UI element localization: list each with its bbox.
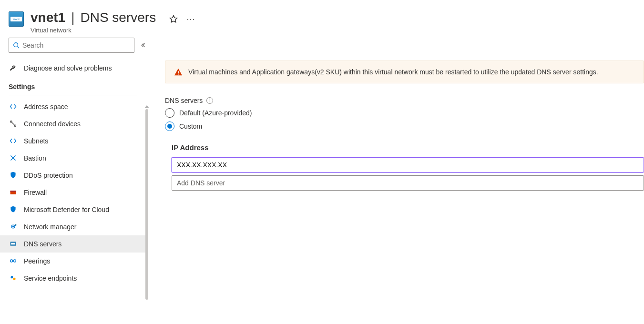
nav-item-label: DNS servers (24, 240, 61, 248)
service-endpoints-icon (9, 274, 17, 283)
radio-circle (165, 108, 174, 118)
connected-devices-icon (9, 120, 17, 128)
nav-item-label: Service endpoints (24, 274, 77, 282)
dns-servers-icon (9, 240, 17, 248)
defender-icon (9, 205, 17, 214)
blade-title: DNS servers (80, 10, 156, 25)
nav-item-network-manager[interactable]: Network manager (0, 218, 146, 235)
nav-item-dns-servers[interactable]: DNS servers (0, 235, 146, 253)
search-input[interactable] (22, 41, 130, 49)
nav-item-label: Address space (24, 103, 68, 111)
nav-item-service-endpoints[interactable]: Service endpoints (0, 270, 146, 287)
collapse-sidebar-icon[interactable] (140, 42, 146, 49)
radio-default[interactable]: Default (Azure-provided) (165, 108, 644, 118)
nav-item-label: Firewall (24, 189, 47, 196)
warning-text: Virtual machines and Application gateway… (188, 68, 598, 76)
search-icon (13, 42, 20, 49)
more-actions-icon[interactable]: ⋯ (186, 15, 195, 23)
bastion-icon (9, 154, 17, 162)
svg-rect-19 (178, 71, 179, 73)
svg-point-11 (12, 226, 14, 227)
svg-rect-14 (11, 243, 15, 244)
favorite-star-icon[interactable] (169, 15, 178, 23)
nav-item-bastion[interactable]: Bastion (0, 150, 146, 167)
nav-item-label: Network manager (24, 223, 77, 231)
radio-label: Custom (179, 122, 202, 130)
svg-point-3 (10, 121, 11, 122)
network-manager-icon (9, 223, 17, 231)
nav-item-peerings[interactable]: Peerings (0, 253, 146, 270)
sidebar-nav: Diagnose and solve problems Settings Add… (0, 60, 146, 287)
nav-item-label: Microsoft Defender for Cloud (24, 206, 109, 213)
firewall-icon (9, 188, 17, 197)
svg-line-2 (18, 46, 20, 48)
warning-icon (174, 68, 183, 76)
peerings-icon (9, 257, 17, 265)
svg-point-4 (14, 125, 16, 126)
nav-group-settings: Settings (9, 79, 137, 95)
svg-point-17 (10, 276, 13, 278)
nav-item-address-space[interactable]: Address space (0, 98, 146, 115)
ip-address-input[interactable] (172, 157, 644, 172)
add-dns-server-input[interactable]: Add DNS server (172, 175, 644, 191)
svg-marker-0 (170, 15, 177, 22)
nav-item-label: DDoS protection (24, 172, 73, 179)
sidebar: Diagnose and solve problems Settings Add… (0, 38, 146, 324)
nav-item-label: Bastion (24, 154, 46, 162)
svg-rect-20 (178, 73, 179, 74)
nav-item-label: Connected devices (24, 120, 81, 128)
vnet-icon: www (9, 11, 24, 27)
sidebar-search[interactable] (9, 38, 134, 53)
nav-item-diagnose[interactable]: Diagnose and solve problems (0, 60, 146, 77)
nav-item-label: Diagnose and solve problems (24, 64, 112, 72)
nav-item-subnets[interactable]: Subnets (0, 132, 146, 150)
info-icon[interactable]: i (206, 97, 213, 104)
svg-point-15 (10, 260, 12, 262)
radio-custom[interactable]: Custom (165, 122, 644, 131)
subnets-icon (9, 137, 17, 145)
wrench-icon (9, 64, 17, 72)
ip-address-heading: IP Address (172, 143, 644, 152)
nav-item-ddos[interactable]: DDoS protection (0, 167, 146, 184)
svg-rect-9 (10, 191, 16, 192)
warning-banner: Virtual machines and Application gateway… (165, 61, 644, 83)
resource-type-label: Virtual network (31, 27, 195, 34)
svg-point-1 (14, 42, 18, 47)
radio-circle (165, 122, 174, 131)
address-space-icon (9, 102, 17, 111)
resource-name: vnet1 (31, 10, 65, 26)
svg-point-18 (13, 278, 15, 280)
svg-point-12 (15, 224, 16, 226)
nav-item-label: Peerings (24, 257, 50, 265)
shield-icon (9, 171, 17, 180)
svg-line-5 (11, 122, 14, 125)
title-divider: | (70, 10, 75, 25)
main-content: Virtual machines and Application gateway… (146, 38, 644, 324)
nav-item-label: Subnets (24, 137, 48, 145)
nav-item-firewall[interactable]: Firewall (0, 184, 146, 201)
dns-mode-radio-group: Default (Azure-provided) Custom (165, 108, 644, 131)
radio-label: Default (Azure-provided) (179, 109, 252, 117)
dns-servers-label: DNS servers (165, 97, 203, 104)
nav-item-connected-devices[interactable]: Connected devices (0, 115, 146, 132)
svg-point-16 (13, 260, 16, 262)
nav-item-defender[interactable]: Microsoft Defender for Cloud (0, 201, 146, 218)
page-header: www vnet1 | DNS servers ⋯ Virtual networ… (0, 0, 644, 38)
